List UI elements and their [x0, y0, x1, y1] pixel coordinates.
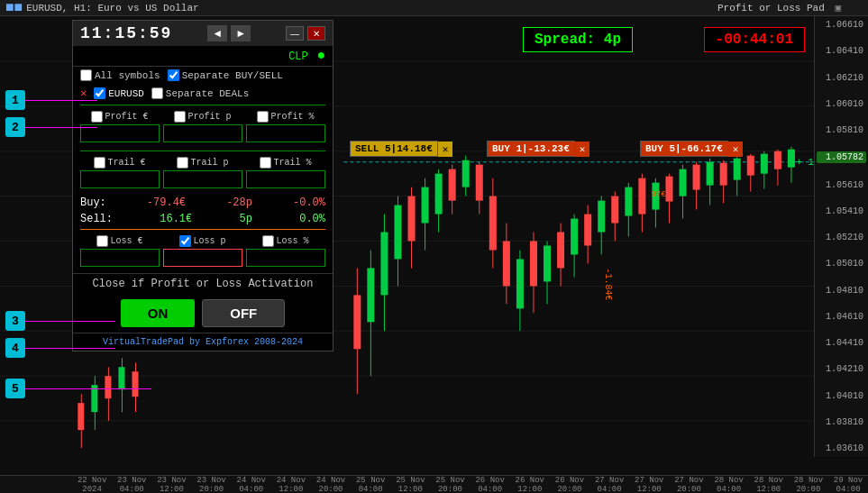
- trail-pct-checkbox[interactable]: [260, 157, 271, 169]
- svg-rect-45: [584, 215, 591, 246]
- all-symbols-checkbox-label[interactable]: All symbols: [80, 69, 160, 81]
- loss-pct-cell: Loss % 0: [246, 235, 325, 267]
- time-14: 27 Nov 04:00: [589, 476, 629, 494]
- profit-pct-checkbox[interactable]: [257, 111, 269, 123]
- close-btn[interactable]: ✕: [307, 26, 325, 41]
- all-symbols-label: All symbols: [95, 70, 160, 81]
- svg-rect-77: [78, 403, 84, 430]
- on-button[interactable]: ON: [121, 299, 196, 327]
- annotation-5: 5: [5, 379, 25, 398]
- profit-pct-input[interactable]: 0: [246, 124, 325, 142]
- trail-eur-checkbox[interactable]: [94, 157, 105, 169]
- chart-icon: ■■: [5, 0, 23, 16]
- trail-eur-input[interactable]: 0: [80, 170, 160, 188]
- eurusd-row: ✕ EURUSD Separate DEALs: [73, 84, 333, 103]
- time-15: 27 Nov 12:00: [629, 476, 669, 494]
- sell-label: Sell:: [80, 213, 113, 225]
- loss-p-input[interactable]: -300: [163, 249, 242, 267]
- buy-trade-text-2: BUY 5|-66.17€: [640, 141, 728, 157]
- panel-nav: ◄ ►: [207, 25, 251, 41]
- price-1.0481: 1.04810: [817, 286, 866, 296]
- loss-p-checkbox[interactable]: [179, 235, 191, 247]
- svg-rect-27: [462, 160, 470, 187]
- loss-p-label: Loss p: [193, 236, 225, 246]
- orange-separator: [80, 229, 325, 230]
- svg-rect-39: [544, 246, 551, 282]
- trail-eur-label: Trail €: [107, 158, 145, 168]
- svg-rect-25: [449, 169, 456, 201]
- eurusd-close-icon[interactable]: ✕: [80, 87, 87, 100]
- trail-labels-row: Trail € 0 Trail p 0 Trail % 0: [80, 157, 325, 188]
- trail-pct-cell: Trail % 0: [246, 157, 325, 188]
- loss-pct-label: Loss %: [276, 236, 308, 246]
- nav-right-btn[interactable]: ►: [231, 25, 251, 41]
- buy-trade-close-1[interactable]: ✕: [575, 142, 590, 157]
- timer-label: -00:44:01: [716, 32, 793, 48]
- buy-val: -79.4€: [147, 196, 186, 209]
- profit-p-input[interactable]: 100: [163, 124, 242, 142]
- time-13: 26 Nov 20:00: [550, 476, 589, 494]
- price-1.0621: 1.06210: [817, 73, 866, 83]
- sell-pips: 5p: [240, 213, 252, 225]
- loss-pct-checkbox[interactable]: [262, 235, 274, 247]
- loss-pct-input[interactable]: 0: [246, 249, 325, 267]
- price-1.0501: 1.05010: [817, 259, 866, 269]
- time-16: 27 Nov 20:00: [669, 476, 708, 494]
- profit-section: Profit € 0 Profit p 100 Profit % 0: [73, 107, 333, 149]
- trail-pct-input[interactable]: 0: [246, 170, 325, 188]
- profit-loss-pad-label: Profit or Loss Pad: [717, 3, 825, 14]
- eurusd-checkbox-label[interactable]: EURUSD: [94, 87, 144, 99]
- price-1.0441: 1.04410: [817, 338, 866, 348]
- all-symbols-checkbox[interactable]: [80, 69, 92, 81]
- svg-rect-65: [720, 163, 727, 186]
- price-1.0381: 1.03810: [817, 417, 866, 427]
- price-1.0641: 1.06410: [817, 46, 866, 56]
- trail-p-label-row: Trail p: [177, 157, 228, 169]
- sell-val: 16.1€: [160, 213, 192, 225]
- buy-trade-close-2[interactable]: ✕: [728, 142, 744, 157]
- separate-buysell-label[interactable]: Separate BUY/SELL: [168, 69, 283, 81]
- svg-rect-43: [571, 219, 578, 255]
- price-1.0421: 1.04210: [817, 364, 866, 374]
- profit-eur-checkbox[interactable]: [91, 111, 103, 123]
- loss-eur-input[interactable]: 0: [80, 249, 160, 267]
- svg-rect-33: [503, 242, 510, 287]
- svg-rect-51: [625, 187, 632, 216]
- svg-rect-23: [435, 174, 443, 215]
- annotation-1: 1: [5, 90, 25, 110]
- price-1.0401: 1.04010: [817, 391, 866, 401]
- minimize-btn[interactable]: —: [286, 26, 304, 41]
- loss-labels-row: Loss € 0 Loss p -300 Loss % 0: [80, 235, 325, 267]
- trail-section: Trail € 0 Trail p 0 Trail % 0: [73, 153, 333, 195]
- nav-left-btn[interactable]: ◄: [207, 25, 227, 41]
- sell-trade-text: SELL 5|14.18€: [350, 141, 438, 157]
- eurusd-checkbox[interactable]: [94, 87, 105, 99]
- svg-rect-71: [761, 154, 768, 174]
- buy-stats-row: Buy: -79.4€ -28p -0.0%: [73, 195, 333, 211]
- svg-rect-53: [638, 178, 645, 215]
- svg-rect-17: [394, 205, 401, 260]
- sell-stats-row: Sell: 16.1€ 5p 0.0%: [73, 211, 333, 227]
- profit-p-cell: Profit p 100: [163, 111, 242, 142]
- svg-rect-21: [422, 187, 429, 224]
- profit-p-checkbox[interactable]: [174, 111, 186, 123]
- price-1.0541: 1.05410: [817, 206, 866, 216]
- clp-dot-icon: ●: [316, 48, 325, 64]
- svg-rect-63: [707, 162, 714, 186]
- loss-section: Loss € 0 Loss p -300 Loss % 0: [73, 232, 333, 273]
- loss-eur-checkbox[interactable]: [96, 235, 108, 247]
- svg-rect-83: [118, 367, 124, 389]
- svg-rect-73: [774, 151, 781, 169]
- price-1.0461: 1.04610: [817, 312, 866, 322]
- time-18: 28 Nov 12:00: [749, 476, 789, 494]
- time-17: 28 Nov 04:00: [709, 476, 749, 494]
- separate-deals-label[interactable]: Separate DEALs: [151, 87, 249, 99]
- time-7: 24 Nov 20:00: [311, 476, 351, 494]
- separate-buysell-checkbox[interactable]: [168, 69, 179, 81]
- trail-p-checkbox[interactable]: [177, 157, 188, 169]
- sell-trade-close[interactable]: ✕: [438, 142, 453, 157]
- trail-p-input[interactable]: 0: [163, 170, 242, 188]
- off-button[interactable]: OFF: [202, 299, 285, 327]
- separate-deals-checkbox[interactable]: [151, 87, 163, 99]
- sell-trade-label: SELL 5|14.18€ ✕: [350, 141, 452, 157]
